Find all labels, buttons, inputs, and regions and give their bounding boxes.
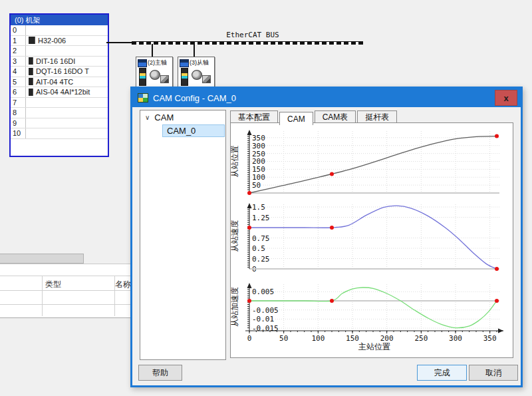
- rack-row-label: H32-006: [26, 37, 108, 45]
- module-icon: [29, 89, 33, 96]
- drive-chip-icon: [180, 59, 189, 67]
- rack-row-number: 6: [11, 87, 26, 97]
- svg-text:0.25: 0.25: [252, 255, 270, 264]
- svg-text:1.5: 1.5: [252, 203, 265, 212]
- svg-text:从站位置: 从站位置: [231, 146, 239, 178]
- table-line: [0, 304, 130, 305]
- svg-text:350: 350: [483, 334, 497, 343]
- cam-curves-chart[interactable]: 35030025020015010050从站位置1.51.250.750.50.…: [231, 123, 513, 357]
- servo-drive-icon: [181, 68, 188, 86]
- svg-text:0.005: 0.005: [252, 288, 274, 296]
- svg-text:0.5: 0.5: [252, 244, 265, 253]
- rack-row[interactable]: 1H32-006: [11, 36, 108, 47]
- module-icon: [29, 78, 33, 85]
- svg-text:150: 150: [346, 334, 359, 343]
- rack-row-label: DIT-16 16DI: [26, 57, 108, 65]
- tab-CAM[interactable]: CAM: [279, 112, 313, 125]
- dialog-titlebar[interactable]: CAM Config - CAM_0 x: [132, 89, 521, 107]
- rack-row-number: 5: [11, 77, 26, 87]
- cam-tree[interactable]: ∨ CAM CAM_0: [140, 110, 226, 360]
- rack-body: 01H32-00623DIT-16 16DI4DQT-16 16DO T5AIT…: [11, 25, 108, 139]
- svg-text:1.25: 1.25: [252, 214, 270, 222]
- rack-row-label: AIT-04 4TC: [26, 78, 108, 86]
- svg-text:从站速度: 从站速度: [231, 220, 239, 252]
- node-icons: [136, 67, 172, 86]
- rack-row[interactable]: 10: [11, 128, 108, 139]
- rack-row[interactable]: 2: [11, 46, 108, 57]
- node-master-axis[interactable]: (2)主轴: [136, 57, 173, 89]
- module-icon: [29, 68, 33, 75]
- table-line: [0, 276, 130, 276]
- column-header-type: 类型: [45, 279, 61, 290]
- rack-row[interactable]: 0: [11, 25, 108, 36]
- rack-panel[interactable]: (0) 机架 01H32-00623DIT-16 16DI4DQT-16 16D…: [9, 13, 109, 157]
- dialog-client-area: ∨ CAM CAM_0 基本配置CAMCAM表挺杆表 3503002502001…: [132, 107, 521, 385]
- rack-row-number: 10: [11, 128, 26, 138]
- node-label: (3)从轴: [190, 59, 209, 67]
- rack-row[interactable]: 7: [11, 98, 108, 108]
- servo-drive-icon: [139, 68, 146, 86]
- rack-header: (0) 机架: [11, 15, 108, 25]
- drive-chip-icon: [138, 59, 147, 67]
- rack-row[interactable]: 5AIT-04 4TC: [11, 77, 108, 88]
- tree-item-cam[interactable]: ∨ CAM: [140, 110, 225, 122]
- workspace-tab-strip[interactable]: [0, 254, 84, 264]
- rack-row[interactable]: 9: [11, 118, 108, 129]
- close-button[interactable]: x: [495, 90, 517, 106]
- coupling-icon: [202, 75, 211, 83]
- svg-text:-0.01: -0.01: [252, 315, 274, 323]
- cam-config-dialog: CAM Config - CAM_0 x ∨ CAM CAM_0 基本配置CAM…: [130, 87, 523, 387]
- cam-chart-panel[interactable]: 35030025020015010050从站位置1.51.250.750.50.…: [230, 122, 513, 358]
- table-line: [42, 276, 43, 316]
- tree-root-label: CAM: [154, 112, 174, 122]
- table-line: [0, 290, 130, 291]
- tree-item-cam-0[interactable]: CAM_0: [162, 124, 225, 137]
- rack-row-number: 0: [11, 25, 26, 35]
- rack-row-number: 9: [11, 118, 26, 128]
- node-label: (2)主轴: [148, 59, 167, 67]
- node-slave-axis[interactable]: (3)从轴: [178, 57, 215, 89]
- rack-row[interactable]: 6AIS-04 4AI*12bit: [11, 87, 108, 98]
- rack-row-label: AIS-04 4AI*12bit: [26, 88, 108, 96]
- svg-text:主站位置: 主站位置: [358, 342, 390, 351]
- rack-row-number: 4: [11, 67, 26, 77]
- svg-text:250: 250: [414, 334, 428, 343]
- svg-text:300: 300: [449, 334, 462, 343]
- column-header-name: 名称: [115, 279, 131, 290]
- svg-text:50: 50: [252, 181, 261, 190]
- svg-text:100: 100: [311, 334, 325, 343]
- node-icons: [178, 67, 214, 86]
- rack-row-number: 7: [11, 98, 26, 108]
- rack-row-label: DQT-16 16DO T: [26, 67, 108, 75]
- coupling-icon: [160, 75, 169, 83]
- svg-text:从站加速度: 从站加速度: [231, 287, 239, 327]
- node-drop-line: [152, 44, 153, 57]
- rack-row[interactable]: 4DQT-16 16DO T: [11, 67, 108, 77]
- application-window: (0) 机架 01H32-00623DIT-16 16DI4DQT-16 16D…: [0, 0, 532, 396]
- ethercat-bus-line: [132, 41, 363, 45]
- rack-row[interactable]: 8: [11, 108, 108, 118]
- rack-bus-link-line: [106, 42, 133, 43]
- chevron-down-icon[interactable]: ∨: [145, 114, 150, 121]
- dialog-icon: [138, 93, 148, 102]
- rack-row-number: 1: [11, 36, 26, 46]
- rack-row-number: 8: [11, 108, 26, 118]
- motor-icon: [192, 70, 202, 80]
- finish-button[interactable]: 完成: [417, 365, 467, 381]
- motor-icon: [150, 70, 160, 80]
- rack-row-number: 3: [11, 57, 26, 67]
- rack-row[interactable]: 3DIT-16 16DI: [11, 57, 108, 67]
- node-drop-line: [194, 44, 195, 57]
- module-icon: [29, 57, 33, 65]
- module-icon: [29, 37, 35, 44]
- bus-label: EtherCAT BUS: [200, 31, 306, 39]
- node-header: (2)主轴: [138, 59, 172, 67]
- svg-text:0.75: 0.75: [252, 234, 270, 243]
- svg-text:50: 50: [279, 334, 288, 343]
- node-header: (3)从轴: [180, 59, 214, 67]
- workspace-table: [0, 264, 130, 318]
- help-button[interactable]: 帮助: [138, 365, 182, 381]
- svg-text:-0.005: -0.005: [252, 306, 279, 315]
- cancel-button[interactable]: 取消: [469, 365, 518, 381]
- dialog-title: CAM Config - CAM_0: [153, 93, 236, 103]
